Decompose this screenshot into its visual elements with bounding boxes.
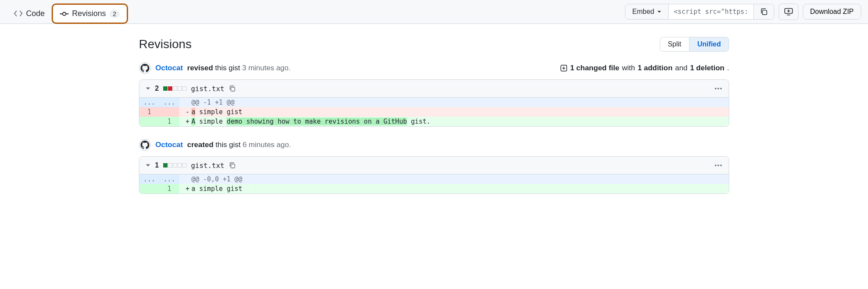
svg-point-5 — [715, 88, 717, 89]
revision-suffix: this gist — [215, 64, 240, 72]
revision-meta: Octocat revised this gist 3 minutes ago. — [139, 62, 290, 74]
svg-point-10 — [717, 164, 719, 166]
diff-line-text: gist. — [407, 118, 431, 125]
diff-options-menu[interactable] — [714, 84, 723, 93]
svg-point-0 — [62, 12, 66, 16]
chevron-down-icon[interactable] — [145, 163, 151, 168]
svg-rect-1 — [762, 10, 766, 15]
svg-point-6 — [717, 88, 719, 89]
desktop-download-button[interactable] — [779, 3, 799, 20]
line-number-new — [159, 107, 179, 117]
diff-box: 2 gist.txt ... ... @@ -1 +1 @@ — [139, 79, 729, 127]
author-link[interactable]: Octocat — [155, 64, 183, 72]
download-zip-button[interactable]: Download ZIP — [803, 4, 861, 20]
chevron-down-icon — [657, 10, 661, 14]
diff-marker: - — [184, 108, 191, 116]
diff-view-toggle: Split Unified — [660, 37, 729, 52]
embed-dropdown[interactable]: Embed — [625, 4, 669, 19]
line-number-new: ... — [159, 98, 179, 107]
tab-revisions-label: Revisions — [72, 9, 106, 18]
embed-url-input[interactable] — [669, 4, 753, 19]
diff-addition-line: 1 +A simple demo showing how to make rev… — [139, 117, 729, 126]
diff-line-count: 1 — [155, 161, 159, 169]
diffstat-blocks — [163, 86, 187, 91]
hunk-header-text: @@ -0,0 +1 @@ — [191, 175, 242, 183]
copy-icon[interactable] — [229, 85, 236, 92]
svg-point-7 — [720, 88, 722, 89]
stats-and: and — [675, 64, 687, 72]
stats-dot: . — [727, 64, 729, 72]
diffstat-blocks — [163, 163, 187, 167]
revision-header: Octocat created this gist 6 minutes ago. — [139, 139, 729, 151]
diff-line-text: simple — [195, 118, 227, 125]
diff-addition-line: 1 +a simple gist — [139, 184, 729, 194]
line-number-old — [139, 184, 159, 194]
diff-lines: ... ... @@ -0,0 +1 @@ 1 +a simple gist — [139, 174, 729, 194]
tab-code[interactable]: Code — [7, 3, 52, 23]
desktop-download-icon — [784, 7, 793, 16]
line-number-old — [139, 117, 159, 126]
diff-unified-option[interactable]: Unified — [690, 37, 729, 51]
deletions-count: 1 deletion — [690, 64, 724, 72]
revision-item: Octocat revised this gist 3 minutes ago.… — [139, 62, 729, 127]
diff-options-menu[interactable] — [714, 161, 723, 170]
additions-count: 1 addition — [638, 64, 672, 72]
embed-dropdown-label: Embed — [632, 8, 654, 16]
diff-added-text: A — [191, 118, 195, 125]
hunk-header-line: ... ... @@ -1 +1 @@ — [139, 98, 729, 107]
line-number-new: 1 — [159, 117, 179, 126]
revision-item: Octocat created this gist 6 minutes ago.… — [139, 139, 729, 194]
octocat-icon — [141, 64, 149, 72]
commit-icon — [60, 10, 69, 18]
change-stats: 1 changed file with 1 addition and 1 del… — [560, 64, 729, 72]
topbar-actions: Embed Download ZIP — [625, 3, 861, 23]
content: Revisions Split Unified Octocat revised … — [113, 24, 755, 219]
page-title: Revisions — [139, 37, 191, 51]
tab-list: Code Revisions 2 — [7, 3, 128, 23]
embed-group: Embed — [625, 4, 774, 20]
tab-code-label: Code — [26, 9, 45, 18]
diff-removed-text: a — [191, 108, 195, 116]
diffstat-icon — [560, 64, 568, 72]
copy-icon[interactable] — [229, 162, 236, 169]
diff-file-header: 2 gist.txt — [139, 80, 729, 98]
line-number-old: ... — [139, 98, 159, 107]
revision-meta: Octocat created this gist 6 minutes ago. — [139, 139, 291, 151]
changed-files-count: 1 changed file — [570, 64, 619, 72]
line-number-new: 1 — [159, 184, 179, 194]
line-number-old: ... — [139, 174, 159, 184]
octocat-icon — [141, 141, 149, 149]
diff-file-meta: 2 gist.txt — [145, 85, 236, 93]
diff-file-header: 1 gist.txt — [139, 157, 729, 174]
diff-line-text: simple gist — [195, 108, 242, 116]
revision-time: 3 minutes ago. — [242, 64, 291, 72]
tab-revisions[interactable]: Revisions 2 — [52, 3, 128, 24]
diff-marker: + — [184, 185, 191, 193]
heading-row: Revisions Split Unified — [139, 37, 729, 52]
revision-time: 6 minutes ago. — [243, 141, 291, 149]
top-tabs-bar: Code Revisions 2 Embed — [0, 0, 868, 24]
hunk-header-text: @@ -1 +1 @@ — [191, 99, 234, 106]
revision-suffix: this gist — [216, 141, 241, 149]
hunk-header-line: ... ... @@ -0,0 +1 @@ — [139, 174, 729, 184]
chevron-down-icon[interactable] — [145, 86, 151, 91]
diff-lines: ... ... @@ -1 +1 @@ 1 -a simple gist 1 +… — [139, 98, 729, 126]
copy-embed-button[interactable] — [753, 4, 774, 19]
revision-action: created — [187, 141, 213, 149]
line-number-old: 1 — [139, 107, 159, 117]
avatar[interactable] — [139, 139, 151, 151]
svg-rect-8 — [231, 164, 235, 168]
svg-point-11 — [720, 164, 722, 166]
revisions-count-badge: 2 — [109, 10, 120, 18]
revision-action: revised — [187, 64, 213, 72]
diff-filename[interactable]: gist.txt — [191, 161, 224, 170]
copy-icon — [760, 8, 768, 16]
diff-file-meta: 1 gist.txt — [145, 161, 236, 170]
diff-line-text: a simple gist — [191, 185, 242, 193]
diff-split-option[interactable]: Split — [660, 37, 690, 51]
author-link[interactable]: Octocat — [155, 141, 183, 149]
diff-filename[interactable]: gist.txt — [191, 85, 224, 93]
svg-rect-4 — [231, 87, 235, 91]
code-icon — [14, 9, 23, 18]
avatar[interactable] — [139, 62, 151, 74]
